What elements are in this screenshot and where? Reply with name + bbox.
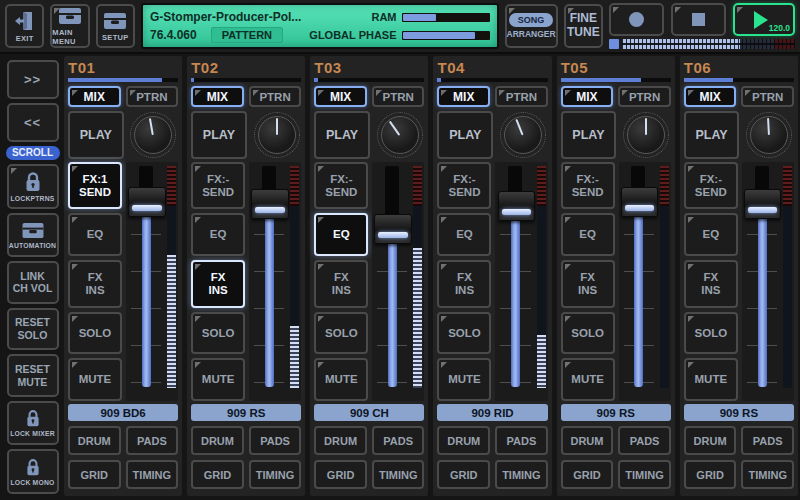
setup-button[interactable]: SETUP: [96, 4, 135, 48]
play-button-main[interactable]: 120.0: [733, 3, 795, 36]
pan-knob[interactable]: [744, 111, 794, 159]
mix-tab[interactable]: MIX: [684, 86, 737, 107]
drum-button[interactable]: DRUM: [191, 426, 244, 455]
track-play-button[interactable]: PLAY: [684, 111, 740, 159]
mix-tab[interactable]: MIX: [314, 86, 367, 107]
fx-ins-button[interactable]: FX INS: [561, 260, 615, 307]
ptrn-tab[interactable]: PTRN: [372, 86, 425, 107]
fx-send-button[interactable]: FX:- SEND: [561, 162, 615, 209]
eq-button[interactable]: EQ: [561, 213, 615, 256]
song-arranger-button[interactable]: SONG ARRANGER: [505, 4, 558, 48]
fx-ins-button[interactable]: FX INS: [684, 260, 738, 307]
ptrn-tab[interactable]: PTRN: [618, 86, 671, 107]
drum-button[interactable]: DRUM: [68, 426, 121, 455]
grid-button[interactable]: GRID: [684, 460, 737, 489]
timing-button[interactable]: TIMING: [741, 460, 794, 489]
solo-button[interactable]: SOLO: [561, 312, 615, 355]
pads-button[interactable]: PADS: [372, 426, 425, 455]
ptrn-tab[interactable]: PTRN: [495, 86, 548, 107]
fx-send-button[interactable]: FX:- SEND: [191, 162, 245, 209]
pads-button[interactable]: PADS: [618, 426, 671, 455]
lock-patterns-button[interactable]: LOCKPTRNS: [7, 164, 59, 209]
solo-button[interactable]: SOLO: [68, 312, 122, 355]
grid-button[interactable]: GRID: [314, 460, 367, 489]
fx-send-button[interactable]: FX:1 SEND: [68, 162, 122, 209]
grid-button[interactable]: GRID: [437, 460, 490, 489]
mute-button[interactable]: MUTE: [437, 358, 491, 401]
record-button[interactable]: [609, 3, 664, 36]
fader-handle[interactable]: [744, 189, 782, 219]
mute-button[interactable]: MUTE: [561, 358, 615, 401]
track-sample-name[interactable]: 909 RS: [191, 404, 301, 421]
track-sample-name[interactable]: 909 RS: [684, 404, 794, 421]
fx-send-button[interactable]: FX:- SEND: [314, 162, 368, 209]
pan-knob[interactable]: [375, 111, 425, 159]
pads-button[interactable]: PADS: [249, 426, 302, 455]
eq-button[interactable]: EQ: [68, 213, 122, 256]
fader-handle[interactable]: [251, 189, 289, 219]
mute-button[interactable]: MUTE: [68, 358, 122, 401]
grid-button[interactable]: GRID: [68, 460, 121, 489]
mix-tab[interactable]: MIX: [437, 86, 490, 107]
timing-button[interactable]: TIMING: [372, 460, 425, 489]
timing-button[interactable]: TIMING: [495, 460, 548, 489]
scroll-mode-badge[interactable]: SCROLL: [6, 146, 60, 160]
stop-button[interactable]: [671, 3, 726, 36]
fx-send-button[interactable]: FX:- SEND: [684, 162, 738, 209]
timing-button[interactable]: TIMING: [126, 460, 179, 489]
track-sample-name[interactable]: 909 RID: [437, 404, 547, 421]
mix-tab[interactable]: MIX: [561, 86, 614, 107]
drum-button[interactable]: DRUM: [314, 426, 367, 455]
fx-send-button[interactable]: FX:- SEND: [437, 162, 491, 209]
pattern-position-strip[interactable]: [622, 39, 795, 49]
ptrn-tab[interactable]: PTRN: [741, 86, 794, 107]
mix-tab[interactable]: MIX: [191, 86, 244, 107]
eq-button[interactable]: EQ: [314, 213, 368, 256]
track-sample-name[interactable]: 909 RS: [561, 404, 671, 421]
lock-mixer-button[interactable]: LOCK MIXER: [7, 401, 59, 446]
track-sample-name[interactable]: 909 BD6: [68, 404, 178, 421]
track-play-button[interactable]: PLAY: [68, 111, 124, 159]
solo-button[interactable]: SOLO: [437, 312, 491, 355]
track-play-button[interactable]: PLAY: [191, 111, 247, 159]
fx-ins-button[interactable]: FX INS: [437, 260, 491, 307]
grid-button[interactable]: GRID: [561, 460, 614, 489]
pads-button[interactable]: PADS: [495, 426, 548, 455]
drum-button[interactable]: DRUM: [437, 426, 490, 455]
mute-button[interactable]: MUTE: [314, 358, 368, 401]
mute-button[interactable]: MUTE: [684, 358, 738, 401]
scroll-left-button[interactable]: <<: [7, 103, 59, 142]
track-play-button[interactable]: PLAY: [437, 111, 493, 159]
drum-button[interactable]: DRUM: [684, 426, 737, 455]
volume-fader[interactable]: [495, 162, 547, 401]
track-play-button[interactable]: PLAY: [314, 111, 370, 159]
volume-fader[interactable]: [742, 162, 794, 401]
fader-handle[interactable]: [128, 187, 166, 217]
exit-button[interactable]: EXIT: [5, 4, 44, 48]
pattern-mode-button[interactable]: PATTERN: [211, 27, 283, 43]
grid-button[interactable]: GRID: [191, 460, 244, 489]
mix-tab[interactable]: MIX: [68, 86, 121, 107]
lock-mono-button[interactable]: LOCK MONO: [7, 449, 59, 494]
timing-button[interactable]: TIMING: [618, 460, 671, 489]
mute-button[interactable]: MUTE: [191, 358, 245, 401]
main-menu-button[interactable]: MAIN MENU: [50, 4, 89, 48]
ptrn-tab[interactable]: PTRN: [126, 86, 179, 107]
volume-fader[interactable]: [249, 162, 301, 401]
link-ch-vol-button[interactable]: LINK CH VOL: [7, 261, 59, 304]
scroll-right-button[interactable]: >>: [7, 60, 59, 99]
solo-button[interactable]: SOLO: [314, 312, 368, 355]
eq-button[interactable]: EQ: [684, 213, 738, 256]
solo-button[interactable]: SOLO: [191, 312, 245, 355]
eq-button[interactable]: EQ: [437, 213, 491, 256]
timing-button[interactable]: TIMING: [249, 460, 302, 489]
reset-mute-button[interactable]: RESET MUTE: [7, 354, 59, 397]
solo-button[interactable]: SOLO: [684, 312, 738, 355]
pads-button[interactable]: PADS: [126, 426, 179, 455]
pan-knob[interactable]: [498, 111, 548, 159]
fx-ins-button[interactable]: FX INS: [68, 260, 122, 307]
ptrn-tab[interactable]: PTRN: [249, 86, 302, 107]
fine-tune-button[interactable]: FINE TUNE: [564, 4, 603, 48]
drum-button[interactable]: DRUM: [561, 426, 614, 455]
volume-fader[interactable]: [126, 162, 178, 401]
